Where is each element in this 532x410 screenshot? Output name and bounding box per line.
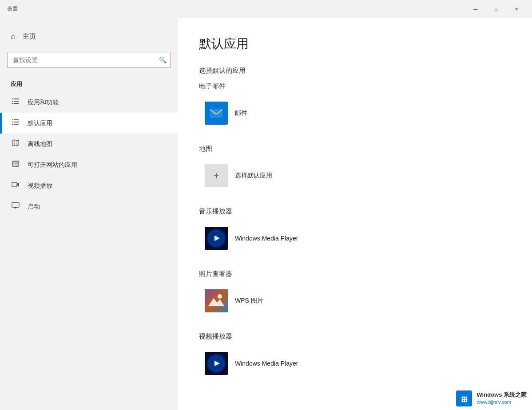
sidebar-item-startup[interactable]: 启动 bbox=[0, 196, 178, 217]
svg-rect-0 bbox=[12, 99, 13, 99]
svg-rect-18 bbox=[13, 163, 15, 166]
email-app-name: 邮件 bbox=[235, 109, 247, 117]
svg-rect-2 bbox=[12, 101, 13, 102]
map-icon bbox=[11, 139, 20, 149]
watermark-icon: ⊞ bbox=[456, 390, 472, 406]
sidebar-item-label-offline-maps: 离线地图 bbox=[28, 140, 52, 148]
wmp-app-icon-video bbox=[205, 352, 228, 375]
watermark: ⊞ Windows 系统之家 www.bjjmlv.com bbox=[451, 387, 532, 410]
videoplayer-section-title: 视频播放器 bbox=[199, 332, 511, 341]
svg-text:⊞: ⊞ bbox=[461, 395, 468, 404]
music-section: 音乐播放器 bbox=[199, 207, 511, 254]
svg-rect-9 bbox=[14, 122, 19, 122]
svg-rect-3 bbox=[14, 101, 19, 102]
sidebar-item-default-apps[interactable]: 默认应用 bbox=[0, 113, 178, 134]
section-subtitle: 选择默认的应用 bbox=[199, 67, 511, 75]
sidebar-item-websites[interactable]: 可打开网站的应用 bbox=[0, 154, 178, 175]
sidebar-item-label-startup: 启动 bbox=[28, 203, 40, 211]
svg-rect-23 bbox=[210, 109, 222, 118]
svg-rect-5 bbox=[14, 103, 19, 104]
maps-app-name: 选择默认应用 bbox=[235, 172, 272, 180]
svg-rect-19 bbox=[12, 182, 17, 187]
sidebar-item-label-apps-features: 应用和功能 bbox=[28, 99, 59, 106]
email-section-title: 电子邮件 bbox=[199, 82, 511, 91]
app-body: ⌂ 主页 🔍 应用 应用和功能 bbox=[0, 18, 532, 410]
svg-rect-4 bbox=[12, 103, 13, 104]
mail-app-icon bbox=[205, 102, 228, 125]
wmp-app-icon-music bbox=[205, 227, 228, 250]
email-section: 电子邮件 邮件 bbox=[199, 82, 511, 129]
video-icon bbox=[11, 181, 20, 191]
svg-rect-11 bbox=[14, 124, 19, 125]
maps-section-title: 地图 bbox=[199, 145, 511, 153]
svg-rect-8 bbox=[12, 122, 13, 122]
watermark-line1: Windows 系统之家 bbox=[476, 391, 527, 399]
close-button[interactable]: ✕ bbox=[506, 2, 527, 16]
svg-rect-29 bbox=[205, 289, 228, 312]
sidebar-item-apps-features[interactable]: 应用和功能 bbox=[0, 92, 178, 113]
search-button[interactable]: 🔍 bbox=[155, 52, 171, 68]
sidebar: ⌂ 主页 🔍 应用 应用和功能 bbox=[0, 18, 178, 410]
title-bar: 设置 — □ ✕ bbox=[0, 0, 532, 18]
photos-app-name: WPS 图片 bbox=[235, 297, 263, 305]
sidebar-item-label-video: 视频播放 bbox=[28, 182, 52, 190]
photos-section-title: 照片查看器 bbox=[199, 270, 511, 278]
sidebar-section-label: 应用 bbox=[0, 77, 178, 92]
list-icon-1 bbox=[11, 97, 20, 107]
watermark-text: Windows 系统之家 www.bjjmlv.com bbox=[476, 391, 527, 406]
photos-section: 照片查看器 bbox=[199, 270, 511, 316]
svg-rect-10 bbox=[12, 124, 13, 125]
maximize-button[interactable]: □ bbox=[486, 2, 506, 16]
photos-app-item[interactable]: WPS 图片 bbox=[199, 285, 341, 316]
svg-rect-7 bbox=[14, 119, 19, 120]
search-input[interactable] bbox=[7, 52, 171, 68]
minimize-button[interactable]: — bbox=[465, 2, 486, 16]
window-controls: — □ ✕ bbox=[465, 2, 527, 16]
wps-app-icon bbox=[205, 289, 228, 312]
videoplayer-app-name: Windows Media Player bbox=[235, 360, 298, 367]
sidebar-item-offline-maps[interactable]: 离线地图 bbox=[0, 134, 178, 154]
svg-rect-1 bbox=[14, 99, 19, 99]
music-app-name: Windows Media Player bbox=[235, 235, 298, 242]
music-app-item[interactable]: Windows Media Player bbox=[199, 223, 341, 254]
email-app-item[interactable]: 邮件 bbox=[199, 98, 341, 129]
svg-rect-15 bbox=[12, 161, 19, 163]
page-title: 默认应用 bbox=[199, 35, 511, 52]
music-section-title: 音乐播放器 bbox=[199, 207, 511, 216]
sidebar-item-label-default-apps: 默认应用 bbox=[28, 119, 52, 127]
sidebar-item-video[interactable]: 视频播放 bbox=[0, 175, 178, 196]
monitor-icon bbox=[11, 201, 20, 212]
sidebar-item-label-websites: 可打开网站的应用 bbox=[28, 161, 77, 169]
content-area: 默认应用 选择默认的应用 电子邮件 邮件 地图 + 选择默认应用 bbox=[178, 18, 532, 410]
search-box: 🔍 bbox=[7, 52, 171, 68]
window-title: 设置 bbox=[7, 5, 18, 13]
sidebar-home[interactable]: ⌂ 主页 bbox=[0, 27, 178, 47]
plus-app-icon: + bbox=[205, 164, 228, 187]
home-icon: ⌂ bbox=[11, 32, 16, 41]
videoplayer-section: 视频播放器 bbox=[199, 332, 511, 379]
svg-rect-20 bbox=[12, 202, 19, 207]
sidebar-home-label: 主页 bbox=[23, 32, 36, 41]
list-icon-2 bbox=[11, 118, 20, 128]
svg-point-30 bbox=[218, 294, 222, 299]
window-icon bbox=[11, 160, 20, 170]
maps-section: 地图 + 选择默认应用 bbox=[199, 145, 511, 191]
svg-rect-6 bbox=[12, 119, 13, 120]
maps-app-item[interactable]: + 选择默认应用 bbox=[199, 160, 341, 191]
videoplayer-app-item[interactable]: Windows Media Player bbox=[199, 348, 341, 379]
watermark-line2: www.bjjmlv.com bbox=[476, 399, 527, 406]
